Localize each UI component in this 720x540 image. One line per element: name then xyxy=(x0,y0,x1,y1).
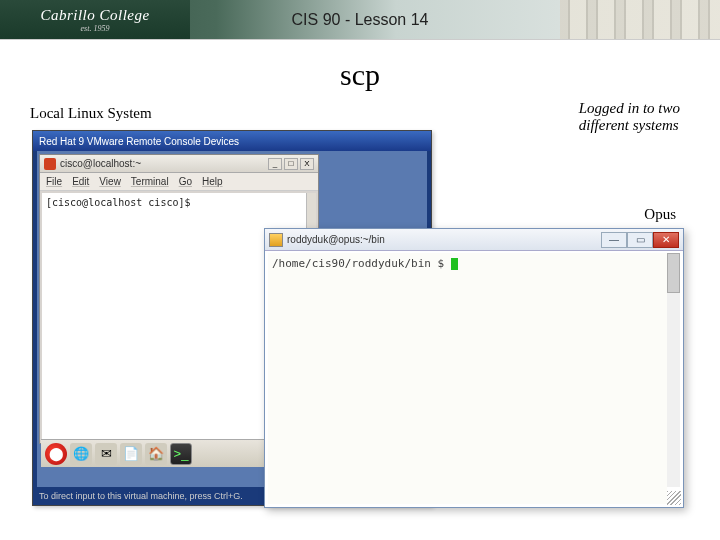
browser-icon[interactable]: 🌐 xyxy=(70,443,92,465)
menu-help[interactable]: Help xyxy=(202,176,223,187)
office-icon[interactable]: 📄 xyxy=(120,443,142,465)
menu-view[interactable]: View xyxy=(99,176,121,187)
maximize-button[interactable]: ▭ xyxy=(627,232,653,248)
menu-file[interactable]: File xyxy=(46,176,62,187)
logged-label: Logged in to two different systems xyxy=(579,100,680,134)
opus-title: roddyduk@opus:~/bin xyxy=(287,234,601,245)
putty-icon xyxy=(269,233,283,247)
header-columns-graphic xyxy=(560,0,720,39)
opus-window: roddyduk@opus:~/bin — ▭ ✕ /home/cis90/ro… xyxy=(264,228,684,508)
gnome-terminal-prompt: [cisco@localhost cisco]$ xyxy=(46,197,191,208)
opus-prompt: /home/cis90/roddyduk/bin $ xyxy=(272,257,451,270)
opus-label: Opus xyxy=(644,206,676,223)
minimize-button[interactable]: — xyxy=(601,232,627,248)
mail-icon[interactable]: ✉ xyxy=(95,443,117,465)
terminal-launcher-icon[interactable]: >_ xyxy=(170,443,192,465)
opus-scrollbar[interactable] xyxy=(667,253,680,487)
course-title: CIS 90 - Lesson 14 xyxy=(292,11,429,29)
scrollbar-thumb[interactable] xyxy=(667,253,680,293)
logged-line-2: different systems xyxy=(579,117,679,133)
minimize-button[interactable]: _ xyxy=(268,158,282,170)
opus-terminal-body[interactable]: /home/cis90/roddyduk/bin $ xyxy=(268,253,667,504)
gnome-terminal-title: cisco@localhost:~ xyxy=(60,158,268,169)
menu-edit[interactable]: Edit xyxy=(72,176,89,187)
college-name: Cabrillo College xyxy=(40,7,149,24)
header-banner: Cabrillo College est. 1959 CIS 90 - Less… xyxy=(0,0,720,40)
maximize-button[interactable]: □ xyxy=(284,158,298,170)
college-logo: Cabrillo College est. 1959 xyxy=(0,0,190,39)
vmware-status-text: To direct input to this virtual machine,… xyxy=(39,491,243,501)
college-established: est. 1959 xyxy=(81,24,110,33)
opus-titlebar[interactable]: roddyduk@opus:~/bin — ▭ ✕ xyxy=(265,229,683,251)
vmware-title: Red Hat 9 VMware Remote Console Devices xyxy=(39,136,425,147)
resize-grip-icon[interactable] xyxy=(667,491,681,505)
gnome-terminal-menubar: File Edit View Terminal Go Help xyxy=(40,173,318,191)
logged-line-1: Logged in to two xyxy=(579,100,680,116)
close-button[interactable]: X xyxy=(300,158,314,170)
vmware-titlebar[interactable]: Red Hat 9 VMware Remote Console Devices xyxy=(33,131,431,151)
home-icon[interactable]: 🏠 xyxy=(145,443,167,465)
gnome-terminal-titlebar[interactable]: cisco@localhost:~ _ □ X xyxy=(40,155,318,173)
slide-title: scp xyxy=(0,58,720,92)
cursor-icon xyxy=(451,258,458,270)
menu-go[interactable]: Go xyxy=(179,176,192,187)
redhat-menu-icon[interactable]: ⬤ xyxy=(45,443,67,465)
local-label: Local Linux System xyxy=(30,105,152,122)
menu-terminal[interactable]: Terminal xyxy=(131,176,169,187)
close-button[interactable]: ✕ xyxy=(653,232,679,248)
rh-window-icon xyxy=(44,158,56,170)
